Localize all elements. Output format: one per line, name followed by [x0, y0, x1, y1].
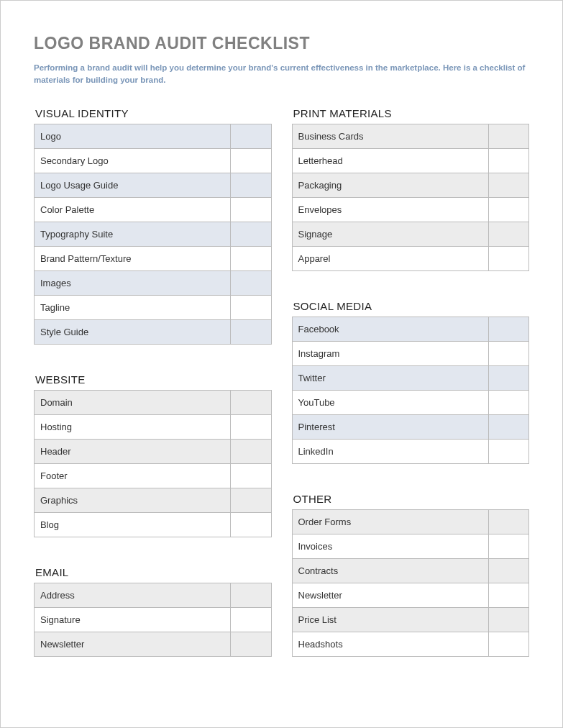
section-website: WEBSITEDomainHostingHeaderFooterGraphics…	[34, 373, 272, 537]
checklist-item-label: Secondary Logo	[35, 148, 231, 173]
table-row: Packaging	[292, 173, 529, 197]
checklist-item-checkbox[interactable]	[231, 197, 271, 222]
checklist-item-label: Business Cards	[292, 124, 488, 148]
section-social-media: SOCIAL MEDIAFacebookInstagramTwitterYouT…	[292, 300, 530, 464]
table-row: Graphics	[35, 488, 272, 512]
checklist-item-checkbox[interactable]	[231, 246, 271, 270]
table-row: Business Cards	[292, 124, 529, 148]
checklist-item-checkbox[interactable]	[488, 534, 528, 558]
checklist-item-checkbox[interactable]	[488, 439, 528, 463]
checklist-item-checkbox[interactable]	[231, 632, 271, 656]
checklist-item-checkbox[interactable]	[231, 583, 271, 607]
table-row: Contracts	[292, 558, 529, 583]
table-row: Images	[35, 270, 272, 295]
table-row: Newsletter	[35, 632, 272, 656]
table-row: Newsletter	[292, 583, 529, 607]
checklist-item-checkbox[interactable]	[231, 222, 271, 246]
checklist-item-checkbox[interactable]	[231, 463, 271, 488]
checklist-item-label: YouTube	[292, 390, 488, 414]
section-heading: PRINT MATERIALS	[292, 107, 530, 119]
checklist-item-checkbox[interactable]	[231, 173, 271, 197]
section-heading: EMAIL	[34, 566, 272, 578]
checklist-item-checkbox[interactable]	[488, 124, 528, 148]
checklist-item-label: Signature	[35, 607, 231, 632]
table-row: Blog	[35, 512, 272, 537]
checklist-item-label: Envelopes	[292, 197, 488, 222]
checklist-item-checkbox[interactable]	[488, 222, 528, 246]
table-row: Twitter	[292, 365, 529, 390]
checklist-item-label: Tagline	[35, 295, 231, 319]
checklist-item-label: LinkedIn	[292, 439, 488, 463]
checklist-item-checkbox[interactable]	[488, 197, 528, 222]
checklist-item-label: Logo Usage Guide	[35, 173, 231, 197]
document-page: LOGO BRAND AUDIT CHECKLIST Performing a …	[0, 0, 563, 728]
checklist-table: LogoSecondary LogoLogo Usage GuideColor …	[34, 124, 272, 345]
columns-container: VISUAL IDENTITYLogoSecondary LogoLogo Us…	[34, 107, 529, 686]
checklist-table: Business CardsLetterheadPackagingEnvelop…	[292, 124, 530, 271]
checklist-item-checkbox[interactable]	[231, 414, 271, 439]
checklist-item-label: Footer	[35, 463, 231, 488]
table-row: Logo Usage Guide	[35, 173, 272, 197]
checklist-item-checkbox[interactable]	[488, 558, 528, 583]
checklist-item-checkbox[interactable]	[488, 341, 528, 365]
section-heading: SOCIAL MEDIA	[292, 300, 530, 312]
checklist-item-checkbox[interactable]	[488, 390, 528, 414]
checklist-item-label: Typography Suite	[35, 222, 231, 246]
checklist-item-label: Hosting	[35, 414, 231, 439]
checklist-item-checkbox[interactable]	[488, 607, 528, 632]
checklist-item-checkbox[interactable]	[488, 365, 528, 390]
section-heading: WEBSITE	[34, 373, 272, 386]
table-row: Color Palette	[35, 197, 272, 222]
checklist-item-label: Newsletter	[35, 632, 231, 656]
checklist-item-label: Blog	[35, 512, 231, 537]
checklist-item-label: Brand Pattern/Texture	[35, 246, 231, 270]
checklist-item-label: Logo	[35, 124, 231, 148]
checklist-item-label: Newsletter	[292, 583, 488, 607]
table-row: Footer	[35, 463, 272, 488]
checklist-table: DomainHostingHeaderFooterGraphicsBlog	[34, 390, 272, 537]
left-column: VISUAL IDENTITYLogoSecondary LogoLogo Us…	[34, 107, 272, 686]
checklist-item-checkbox[interactable]	[231, 319, 271, 344]
checklist-item-label: Order Forms	[292, 509, 488, 534]
checklist-item-checkbox[interactable]	[231, 390, 271, 414]
checklist-item-checkbox[interactable]	[231, 512, 271, 537]
checklist-item-checkbox[interactable]	[488, 173, 528, 197]
checklist-item-checkbox[interactable]	[488, 583, 528, 607]
checklist-item-label: Instagram	[292, 341, 488, 365]
checklist-item-checkbox[interactable]	[231, 607, 271, 632]
table-row: Pinterest	[292, 414, 529, 439]
table-row: Style Guide	[35, 319, 272, 344]
checklist-item-checkbox[interactable]	[488, 148, 528, 173]
table-row: Logo	[35, 124, 272, 148]
checklist-item-checkbox[interactable]	[231, 488, 271, 512]
table-row: Order Forms	[292, 509, 529, 534]
checklist-item-checkbox[interactable]	[488, 509, 528, 534]
checklist-item-checkbox[interactable]	[231, 270, 271, 295]
checklist-item-label: Domain	[35, 390, 231, 414]
checklist-item-checkbox[interactable]	[231, 124, 271, 148]
checklist-item-label: Header	[35, 439, 231, 463]
table-row: Signage	[292, 222, 529, 246]
checklist-table: AddressSignatureNewsletter	[34, 583, 272, 657]
checklist-item-label: Signage	[292, 222, 488, 246]
checklist-item-label: Twitter	[292, 365, 488, 390]
checklist-item-label: Apparel	[292, 246, 488, 270]
section-heading: OTHER	[292, 493, 530, 505]
checklist-item-checkbox[interactable]	[231, 148, 271, 173]
checklist-item-checkbox[interactable]	[231, 439, 271, 463]
checklist-item-label: Contracts	[292, 558, 488, 583]
checklist-item-checkbox[interactable]	[488, 414, 528, 439]
checklist-table: Order FormsInvoicesContractsNewsletterPr…	[292, 509, 530, 657]
table-row: Tagline	[35, 295, 272, 319]
checklist-item-checkbox[interactable]	[488, 317, 528, 341]
section-email: EMAILAddressSignatureNewsletter	[34, 566, 272, 657]
checklist-item-checkbox[interactable]	[488, 246, 528, 270]
checklist-item-label: Graphics	[35, 488, 231, 512]
checklist-item-checkbox[interactable]	[231, 295, 271, 319]
table-row: Invoices	[292, 534, 529, 558]
right-column: PRINT MATERIALSBusiness CardsLetterheadP…	[292, 107, 530, 686]
checklist-item-label: Price List	[292, 607, 488, 632]
table-row: LinkedIn	[292, 439, 529, 463]
table-row: Apparel	[292, 246, 529, 270]
checklist-item-checkbox[interactable]	[488, 632, 528, 656]
